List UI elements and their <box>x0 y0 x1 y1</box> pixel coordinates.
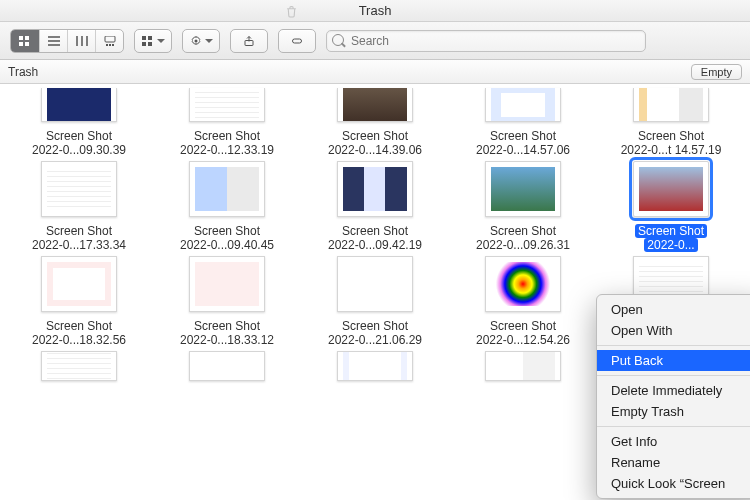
ctx-sep <box>597 426 750 427</box>
content-area: Screen Shot2022-0...09.30.39 Screen Shot… <box>0 84 750 500</box>
list-view-button[interactable] <box>39 30 67 52</box>
file-thumbnail <box>189 161 265 217</box>
file-item[interactable]: Screen Shot2022-0...12.54.26 <box>454 252 592 347</box>
svg-rect-0 <box>19 36 23 40</box>
file-label: Screen Shot2022-0...09.40.45 <box>167 224 287 252</box>
file-item[interactable]: Screen Shot2022-0...09.26.31 <box>454 157 592 252</box>
context-menu: Open Open With Put Back Delete Immediate… <box>596 294 750 499</box>
file-item[interactable] <box>454 347 592 381</box>
arrange-button[interactable] <box>135 30 171 52</box>
toolbar <box>0 22 750 60</box>
file-label: Screen Shot2022-0...17.33.34 <box>19 224 139 252</box>
svg-rect-16 <box>142 42 146 46</box>
ctx-put-back[interactable]: Put Back <box>597 350 750 371</box>
search-wrap <box>326 30 646 52</box>
share-segment <box>230 29 268 53</box>
file-item[interactable]: Screen Shot2022-0...18.33.12 <box>158 252 296 347</box>
svg-rect-11 <box>106 44 108 46</box>
svg-rect-15 <box>148 36 152 40</box>
file-thumbnail <box>337 88 413 122</box>
file-thumbnail <box>485 256 561 312</box>
svg-rect-1 <box>25 36 29 40</box>
search-area <box>326 30 740 52</box>
svg-rect-14 <box>142 36 146 40</box>
file-item[interactable]: Screen Shot2022-0...t 14.57.19 <box>602 84 740 157</box>
file-item[interactable]: Screen Shot2022-0...14.57.06 <box>454 84 592 157</box>
svg-point-18 <box>194 39 197 42</box>
file-item[interactable]: Screen Shot2022-0...09.40.45 <box>158 157 296 252</box>
file-item[interactable]: Screen Shot2022-0...09.42.19 <box>306 157 444 252</box>
view-mode-segment <box>10 29 124 53</box>
ctx-sep <box>597 375 750 376</box>
file-label: Screen Shot2022-0...12.33.19 <box>167 129 287 157</box>
file-item[interactable]: Screen Shot2022-0...14.39.06 <box>306 84 444 157</box>
titlebar: Trash <box>0 0 750 22</box>
ctx-delete-immediately[interactable]: Delete Immediately <box>597 380 750 401</box>
action-button[interactable] <box>183 30 219 52</box>
file-thumbnail <box>633 88 709 122</box>
tags-button[interactable] <box>279 30 315 52</box>
file-thumbnail <box>41 351 117 381</box>
svg-rect-2 <box>19 42 23 46</box>
file-item[interactable] <box>158 347 296 381</box>
file-label: Screen Shot2022-0... <box>611 224 731 252</box>
file-item[interactable]: Screen Shot2022-0...18.32.56 <box>10 252 148 347</box>
ctx-sep <box>597 345 750 346</box>
file-thumbnail <box>337 351 413 381</box>
window-title: Trash <box>359 3 392 18</box>
file-label: Screen Shot2022-0...18.33.12 <box>167 319 287 347</box>
file-thumbnail <box>41 256 117 312</box>
ctx-quick-look[interactable]: Quick Look “Screen <box>597 473 750 494</box>
action-segment <box>182 29 220 53</box>
file-item[interactable]: Screen Shot2022-0...09.30.39 <box>10 84 148 157</box>
file-thumbnail <box>337 161 413 217</box>
file-thumbnail <box>41 161 117 217</box>
file-label: Screen Shot2022-0...12.54.26 <box>463 319 583 347</box>
finder-window: Trash Trash Empty <box>0 0 750 500</box>
file-item[interactable]: Screen Shot2022-0...12.33.19 <box>158 84 296 157</box>
file-label: Screen Shot2022-0...09.26.31 <box>463 224 583 252</box>
icon-view-button[interactable] <box>11 30 39 52</box>
ctx-get-info[interactable]: Get Info <box>597 431 750 452</box>
trash-icon <box>285 5 298 18</box>
file-thumbnail <box>485 161 561 217</box>
ctx-open-with[interactable]: Open With <box>597 320 750 341</box>
svg-rect-10 <box>105 36 115 42</box>
svg-rect-12 <box>109 44 111 46</box>
svg-rect-3 <box>25 42 29 46</box>
file-label: Screen Shot2022-0...14.57.06 <box>463 129 583 157</box>
file-item[interactable]: Screen Shot2022-0... <box>602 157 740 252</box>
file-label: Screen Shot2022-0...14.39.06 <box>315 129 435 157</box>
location-name: Trash <box>8 65 38 79</box>
file-thumbnail <box>337 256 413 312</box>
file-item[interactable] <box>10 347 148 381</box>
svg-rect-17 <box>148 42 152 46</box>
file-label: Screen Shot2022-0...09.42.19 <box>315 224 435 252</box>
file-thumbnail <box>189 256 265 312</box>
share-button[interactable] <box>231 30 267 52</box>
file-thumbnail <box>633 161 709 217</box>
arrange-segment <box>134 29 172 53</box>
file-label: Screen Shot2022-0...09.30.39 <box>19 129 139 157</box>
file-thumbnail <box>189 351 265 381</box>
file-item[interactable]: Screen Shot2022-0...21.06.29 <box>306 252 444 347</box>
file-label: Screen Shot2022-0...t 14.57.19 <box>611 129 731 157</box>
file-item[interactable]: Screen Shot2022-0...17.33.34 <box>10 157 148 252</box>
file-thumbnail <box>485 88 561 122</box>
location-bar: Trash Empty <box>0 60 750 84</box>
file-item[interactable] <box>306 347 444 381</box>
search-input[interactable] <box>326 30 646 52</box>
file-thumbnail <box>189 88 265 122</box>
ctx-open[interactable]: Open <box>597 299 750 320</box>
file-label: Screen Shot2022-0...21.06.29 <box>315 319 435 347</box>
svg-rect-13 <box>112 44 114 46</box>
empty-trash-button[interactable]: Empty <box>691 64 742 80</box>
ctx-rename[interactable]: Rename <box>597 452 750 473</box>
column-view-button[interactable] <box>67 30 95 52</box>
tags-segment <box>278 29 316 53</box>
file-thumbnail <box>41 88 117 122</box>
file-thumbnail <box>485 351 561 381</box>
gallery-view-button[interactable] <box>95 30 123 52</box>
file-label: Screen Shot2022-0...18.32.56 <box>19 319 139 347</box>
ctx-empty-trash[interactable]: Empty Trash <box>597 401 750 422</box>
